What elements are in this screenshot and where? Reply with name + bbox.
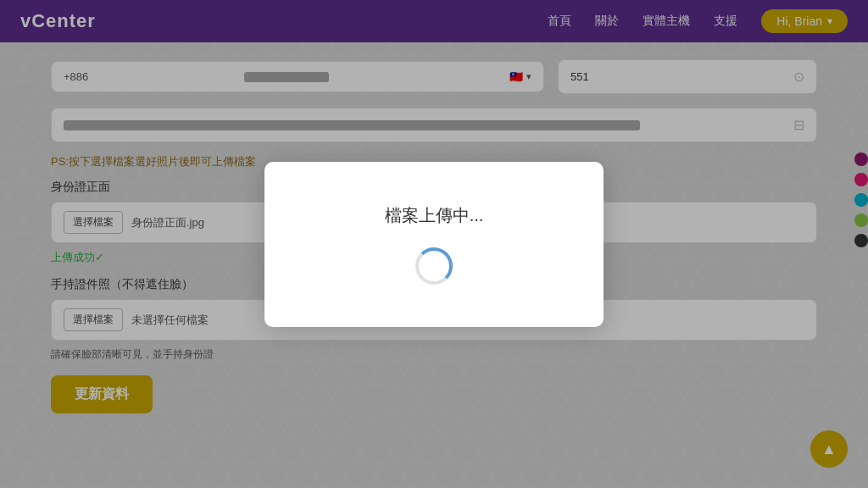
modal-title: 檔案上傳中... bbox=[290, 204, 578, 227]
modal-overlay: 檔案上傳中... bbox=[0, 0, 868, 488]
upload-modal: 檔案上傳中... bbox=[264, 162, 604, 327]
loading-spinner bbox=[415, 247, 453, 285]
